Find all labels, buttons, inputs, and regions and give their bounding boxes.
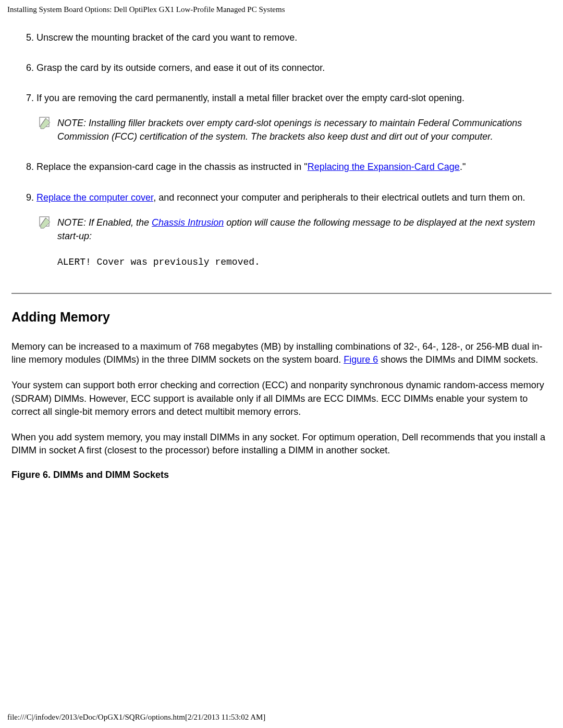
link-figure-6[interactable]: Figure 6 (344, 354, 378, 365)
step-7-note: NOTE: Installing filler brackets over em… (36, 116, 552, 143)
step-7: If you are removing the card permanently… (36, 91, 552, 143)
memory-p3: When you add system memory, you may inst… (11, 431, 552, 457)
memory-p1-after: shows the DIMMs and DIMM sockets. (378, 354, 538, 365)
step-9: Replace the computer cover, and reconnec… (36, 191, 552, 269)
step-5: Unscrew the mounting bracket of the card… (36, 31, 552, 44)
step-8-after: ." (460, 162, 466, 172)
step-5-text: Unscrew the mounting bracket of the card… (36, 32, 297, 43)
memory-p2: Your system can support both error check… (11, 379, 552, 418)
link-replacing-card-cage[interactable]: Replacing the Expansion-Card Cage (308, 162, 460, 172)
main-content: Unscrew the mounting bracket of the card… (0, 18, 563, 480)
step-8-before: Replace the expansion-card cage in the c… (36, 162, 308, 172)
page-header-title: Installing System Board Options: Dell Op… (0, 0, 563, 18)
step-9-note: NOTE: If Enabled, the Chassis Intrusion … (36, 216, 552, 243)
step-9-note-text: NOTE: If Enabled, the Chassis Intrusion … (57, 216, 552, 243)
adding-memory-heading: Adding Memory (11, 310, 552, 325)
step-6: Grasp the card by its outside corners, a… (36, 61, 552, 75)
step-9-note-before: NOTE: If Enabled, the (57, 217, 152, 228)
memory-p1: Memory can be increased to a maximum of … (11, 340, 552, 366)
step-8: Replace the expansion-card cage in the c… (36, 160, 552, 174)
steps-list: Unscrew the mounting bracket of the card… (11, 31, 552, 269)
step-7-text: If you are removing the card permanently… (36, 93, 464, 103)
section-divider (11, 293, 552, 294)
step-9-after: , and reconnect your computer and periph… (153, 192, 525, 203)
link-chassis-intrusion[interactable]: Chassis Intrusion (152, 217, 224, 228)
alert-message: ALERT! Cover was previously removed. (57, 255, 552, 269)
figure-6-caption: Figure 6. DIMMs and DIMM Sockets (11, 470, 552, 480)
footer-file-path: file:///C|/infodev/2013/eDoc/OpGX1/SQRG/… (7, 713, 265, 722)
link-replace-cover[interactable]: Replace the computer cover (36, 192, 153, 203)
step-6-text: Grasp the card by its outside corners, a… (36, 63, 325, 73)
step-7-note-text: NOTE: Installing filler brackets over em… (57, 116, 552, 143)
note-pencil-icon (39, 216, 52, 229)
note-pencil-icon (39, 116, 52, 130)
